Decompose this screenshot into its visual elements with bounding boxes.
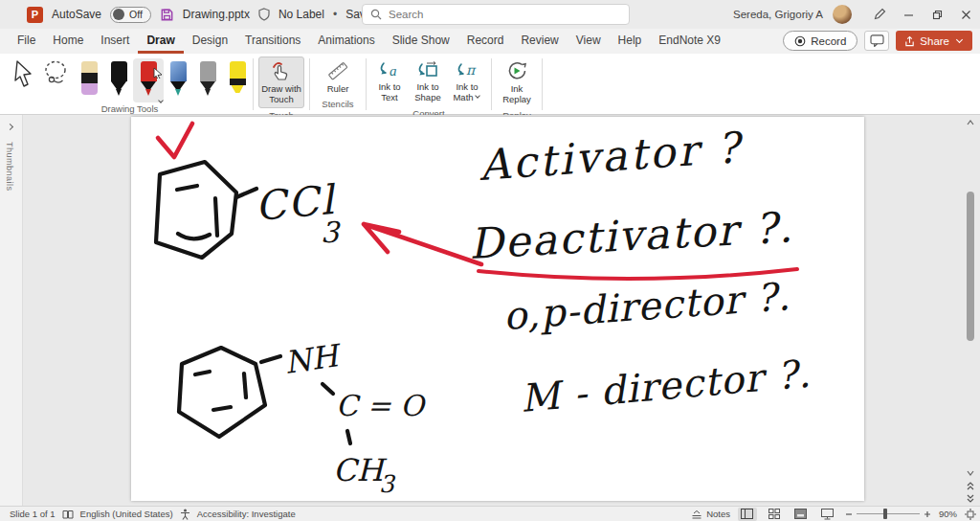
tab-insert[interactable]: Insert (92, 29, 138, 54)
ink-to-text-button[interactable]: a Ink to Text (371, 57, 408, 106)
share-icon (904, 35, 915, 47)
ink-to-math-button[interactable]: π Ink to Math (448, 57, 486, 106)
minimize-icon (903, 10, 914, 20)
select-tool[interactable] (11, 59, 34, 90)
fit-slide-to-window-icon[interactable] (965, 509, 976, 520)
ink-replay-label: Ink Replay (500, 83, 534, 105)
reading-view-button[interactable] (791, 508, 811, 521)
slide-ink-canvas[interactable]: CCl 3 Activator ? Deactivator ?. o,p-dir… (131, 117, 864, 501)
ribbon-tabs-row: File Home Insert Draw Design Transitions… (0, 29, 980, 54)
zoom-control (845, 510, 931, 518)
restore-button[interactable] (923, 0, 951, 29)
zoom-level[interactable]: 90% (939, 509, 957, 519)
save-icon[interactable] (160, 8, 174, 22)
vertical-scrollbar[interactable] (964, 117, 977, 504)
zoom-slider[interactable] (857, 513, 920, 514)
tab-review[interactable]: Review (512, 29, 567, 54)
record-icon (794, 35, 806, 47)
question-op-director: o,p-director ?. (501, 274, 791, 338)
workspace: Thumbnails (0, 115, 980, 506)
group-separator (366, 58, 367, 110)
tab-record[interactable]: Record (458, 29, 513, 54)
scroll-up-button[interactable] (964, 117, 977, 128)
accessibility-status[interactable]: Accessibility: Investigate (197, 509, 296, 519)
notes-label: Notes (706, 509, 730, 519)
tab-transitions[interactable]: Transitions (236, 29, 309, 54)
group-replay: Ink Replay Replay (497, 57, 537, 114)
autosave-label: AutoSave (52, 8, 101, 21)
draw-with-touch-button[interactable]: Draw with Touch (258, 57, 304, 108)
record-button[interactable]: Record (783, 31, 858, 51)
red-pen-tool-selected[interactable] (138, 59, 159, 102)
tab-file[interactable]: File (9, 29, 44, 54)
reading-view-icon (794, 509, 807, 519)
arrow-down-icon (967, 470, 974, 476)
red-arrow (364, 224, 481, 264)
close-button[interactable] (951, 0, 980, 29)
file-name[interactable]: Drawing.pptx (183, 8, 250, 21)
slide-show-button[interactable] (818, 508, 837, 521)
next-slide-button[interactable] (964, 492, 977, 504)
normal-view-icon (741, 509, 753, 519)
slide-sorter-view-button[interactable] (765, 508, 784, 521)
language-status[interactable]: English (United States) (80, 509, 173, 519)
eraser-tool[interactable] (78, 59, 100, 102)
ink-to-shape-label: Ink to Shape (412, 81, 443, 103)
search-input[interactable] (389, 9, 599, 20)
normal-view-button[interactable] (738, 508, 757, 521)
zoom-slider-thumb[interactable] (883, 509, 887, 519)
minimize-button[interactable] (894, 0, 923, 29)
thumbnails-panel-collapsed[interactable]: Thumbnails (0, 115, 23, 506)
group-drawing-tools: Drawing Tools (11, 57, 248, 114)
tab-help[interactable]: Help (610, 29, 651, 54)
tab-endnote[interactable]: EndNote X9 (650, 29, 729, 54)
autosave-state: Off (129, 9, 143, 20)
comment-icon (870, 34, 884, 47)
bond-nh-co (323, 384, 333, 394)
tab-draw[interactable]: Draw (138, 29, 183, 54)
powerpoint-window: P AutoSave Off Drawing.pptx No Label • S… (0, 0, 980, 521)
question-m-director: M - director ?. (519, 351, 813, 420)
share-button[interactable]: Share (896, 31, 972, 51)
thumbnails-label: Thumbnails (5, 142, 14, 192)
slide-indicator[interactable]: Slide 1 of 1 (10, 509, 56, 519)
arrow-up-icon (967, 120, 974, 125)
ink-pen-mode-button[interactable] (865, 0, 894, 29)
blue-pen-tool[interactable] (167, 59, 189, 102)
tab-home[interactable]: Home (44, 29, 92, 54)
zoom-in-icon[interactable] (924, 510, 931, 518)
scroll-down-button[interactable] (964, 467, 977, 479)
group-stencils: Ruler Stencils (315, 57, 361, 114)
expand-thumbnails-chevron-icon[interactable] (7, 124, 13, 130)
ribbon: Drawing Tools Draw with Touch Touch (0, 54, 980, 115)
gray-pencil-tool[interactable] (197, 59, 218, 102)
sensitivity-label[interactable]: No Label (278, 8, 324, 21)
avatar[interactable] (833, 5, 852, 24)
black-pen-tool[interactable] (108, 59, 129, 102)
slide-sorter-icon (768, 509, 780, 519)
lasso-select-tool[interactable] (43, 59, 70, 88)
zoom-out-icon[interactable] (845, 510, 853, 518)
ink-to-shape-button[interactable]: Ink to Shape (410, 57, 446, 106)
notes-toggle[interactable]: Notes (691, 509, 730, 519)
tab-animations[interactable]: Animations (309, 29, 383, 54)
ruler-button[interactable]: Ruler (315, 57, 361, 97)
yellow-highlighter-tool[interactable] (227, 59, 248, 102)
double-chevron-down-icon (967, 494, 974, 503)
status-bar: Slide 1 of 1 English (United States) Acc… (0, 506, 980, 521)
tab-design[interactable]: Design (184, 29, 236, 54)
user-name[interactable]: Sereda, Grigoriy A (733, 9, 823, 20)
comments-button[interactable] (864, 31, 889, 51)
powerpoint-app-icon[interactable]: P (27, 7, 43, 23)
autosave-toggle[interactable]: Off (110, 7, 151, 23)
ink-replay-button[interactable]: Ink Replay (497, 57, 537, 108)
group-convert: a Ink to Text Ink to Shape (371, 57, 486, 114)
previous-slide-button[interactable] (964, 480, 977, 491)
chevron-down-icon (475, 94, 480, 100)
scrollbar-thumb[interactable] (967, 192, 974, 341)
app-glyph: P (32, 9, 38, 20)
tab-slide-show[interactable]: Slide Show (384, 29, 458, 54)
ruler-label: Ruler (327, 83, 349, 94)
tab-view[interactable]: View (568, 29, 610, 54)
search-box[interactable] (362, 4, 630, 25)
